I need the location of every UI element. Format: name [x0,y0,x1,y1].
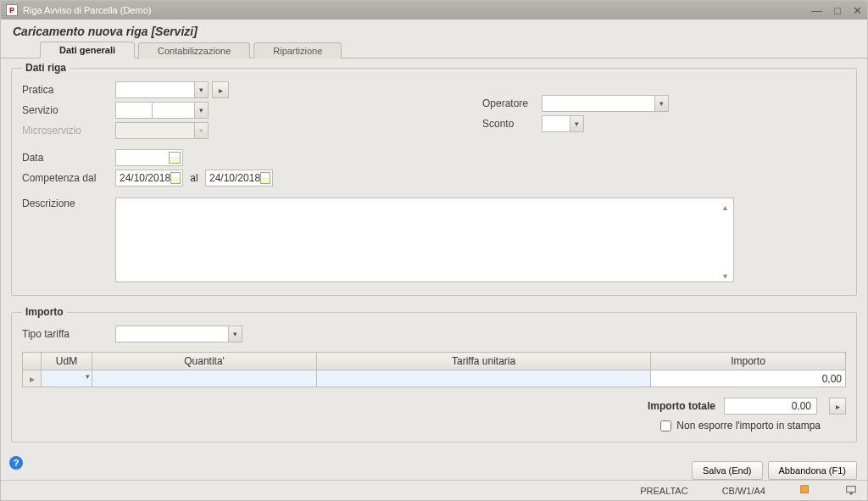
cell-udm[interactable]: ▾ [42,370,92,387]
status-bar: PREALTAC CB/W1/A4 [1,480,867,500]
window-controls: — □ ✕ [811,4,862,17]
tab-dati-generali[interactable]: Dati generali [40,42,135,58]
importo-totale-value: 0,00 [724,398,817,415]
competenza-al-input[interactable]: 24/10/2018 [205,170,273,186]
col-quantita: Quantita' [92,353,317,370]
competenza-dal-label: Competenza dal [22,172,115,184]
competenza-dal-input[interactable]: 24/10/2018 [115,170,183,186]
microservizio-combo: ▾ [115,122,209,139]
chevron-down-icon[interactable]: ▾ [654,96,668,111]
group-dati-riga: Dati riga Pratica ▾ ▸ Servizio ▾ Microse… [11,62,857,296]
col-udm: UdM [42,353,92,370]
chevron-down-icon[interactable]: ▾ [194,103,208,118]
group-importo: Importo Tipo tariffa ▾ UdM Quantita' Tar… [11,306,857,443]
descrizione-label: Descrizione [22,198,115,209]
competenza-al-value: 24/10/2018 [209,172,260,184]
col-tariffa: Tariffa unitaria [317,353,651,370]
chevron-down-icon[interactable]: ▾ [86,372,90,381]
competenza-dal-value: 24/10/2018 [120,172,170,184]
maximize-button[interactable]: □ [834,4,841,17]
status-context: CB/W1/A4 [722,486,765,496]
operatore-combo[interactable]: ▾ [542,95,669,112]
operatore-label: Operatore [482,97,542,109]
app-window: P Riga Avviso di Parcella (Demo) — □ ✕ C… [0,0,868,501]
tab-strip: Dati generali Contabilizzazione Ripartiz… [1,42,867,58]
importo-totale-label: Importo totale [648,400,715,412]
footer-buttons: Salva (End) Abbandona (F1) [1,456,867,480]
col-importo: Importo [651,353,846,370]
salva-button[interactable]: Salva (End) [692,461,762,480]
al-label: al [183,172,205,184]
sconto-combo[interactable]: ▾ [542,115,584,132]
data-input[interactable] [115,149,183,166]
status-monitor-icon [845,484,857,498]
abbandona-button[interactable]: Abbandona (F1) [768,461,858,480]
app-icon: P [6,4,18,16]
tipo-tariffa-combo[interactable]: ▾ [115,326,242,342]
group-importo-legend: Importo [22,306,67,318]
importo-grid: UdM Quantita' Tariffa unitaria Importo ▸… [22,352,846,387]
title-bar: P Riga Avviso di Parcella (Demo) — □ ✕ [1,1,867,19]
tab-ripartizione[interactable]: Ripartizione [253,42,342,58]
data-label: Data [22,152,115,164]
descrizione-textarea[interactable] [115,198,734,282]
chevron-down-icon[interactable]: ▾ [228,326,242,342]
status-user: PREALTAC [640,486,687,496]
page-subtitle: Caricamento nuova riga [Servizi] [1,19,867,42]
calendar-icon[interactable] [170,172,181,184]
scroll-down-icon[interactable]: ▾ [719,270,731,281]
cell-quantita[interactable] [92,370,317,387]
chevron-down-icon: ▾ [194,123,208,138]
importo-totale-expand-button[interactable]: ▸ [829,398,846,415]
non-esporre-checkbox[interactable] [660,420,671,431]
help-icon[interactable]: ? [9,456,23,470]
pratica-search-button[interactable]: ▸ [212,81,229,98]
servizio-combo[interactable]: ▾ [153,102,209,119]
close-button[interactable]: ✕ [853,4,862,17]
cell-tariffa[interactable] [317,370,651,387]
right-column: Operatore ▾ Sconto ▾ [482,92,669,133]
non-esporre-label: Non esporre l'importo in stampa [676,420,821,431]
calendar-icon[interactable] [169,152,181,164]
microservizio-label: Microservizio [22,125,115,136]
col-rowhdr [23,353,42,370]
group-dati-riga-legend: Dati riga [22,62,70,74]
cell-importo[interactable]: 0,00 [651,370,846,387]
scroll-up-icon[interactable]: ▴ [719,201,731,213]
svg-rect-1 [847,486,856,492]
pratica-label: Pratica [22,84,115,96]
minimize-button[interactable]: — [811,4,822,17]
window-title: Riga Avviso di Parcella (Demo) [23,5,151,15]
sconto-label: Sconto [482,118,542,130]
content-area: Dati riga Pratica ▾ ▸ Servizio ▾ Microse… [1,58,867,456]
status-flag-icon [799,484,811,498]
row-selector[interactable]: ▸ [23,370,42,387]
svg-rect-2 [849,493,853,494]
chevron-down-icon[interactable]: ▾ [570,116,583,131]
servizio-label: Servizio [22,104,115,116]
chevron-down-icon[interactable]: ▾ [194,82,208,97]
tipo-tariffa-label: Tipo tariffa [22,328,115,340]
calendar-icon[interactable] [260,172,270,184]
servizio-code-input[interactable] [115,102,153,119]
svg-rect-0 [801,485,809,493]
pratica-combo[interactable]: ▾ [115,81,209,98]
tab-contabilizzazione[interactable]: Contabilizzazione [138,42,250,58]
grid-row[interactable]: ▸ ▾ 0,00 [23,370,846,387]
